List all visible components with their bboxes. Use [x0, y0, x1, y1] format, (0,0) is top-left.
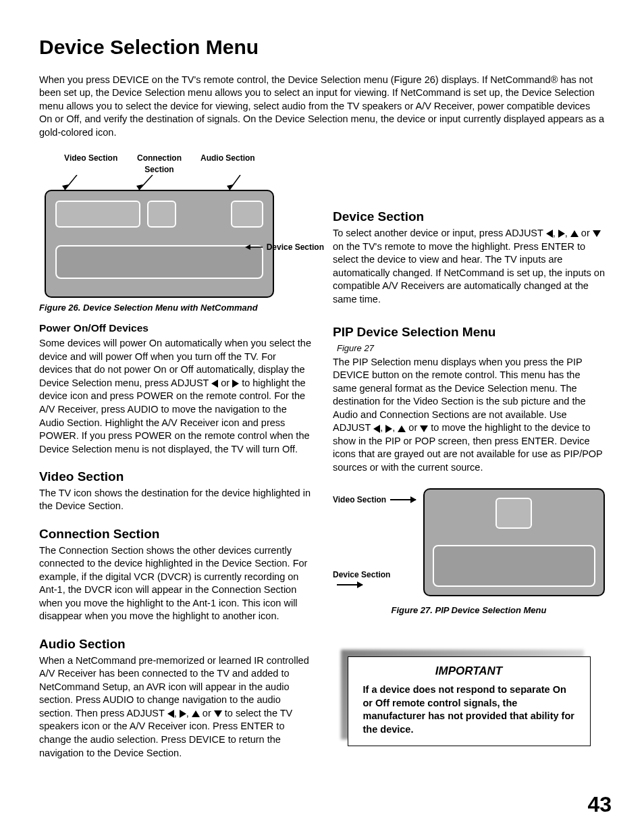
audio-body: When a NetCommand pre-memorized or learn… [39, 654, 311, 760]
fig26-label-video: Video Section [57, 153, 125, 174]
pip-body: The PIP Selection menu displays when you… [333, 356, 605, 475]
device-heading: Device Section [333, 208, 605, 226]
video-heading: Video Section [39, 468, 311, 486]
svg-marker-7 [245, 244, 250, 250]
connection-body: The Connection Section shows the other d… [39, 544, 311, 623]
fig26-label-device: Device Section [267, 242, 324, 253]
important-callout: IMPORTANT If a device does not respond t… [348, 656, 591, 746]
right-arrow-icon [232, 380, 239, 388]
power-body: Some devices will power On automatically… [39, 337, 311, 456]
left-arrow-icon [373, 425, 380, 433]
down-arrow-icon [214, 710, 222, 717]
pip-subcaption: Figure 27 [337, 342, 605, 355]
fig26-label-audio: Audio Section [194, 153, 262, 174]
power-heading: Power On/Off Devices [39, 321, 311, 336]
right-arrow-icon [385, 425, 392, 433]
fig27-label-video: Video Section [333, 495, 386, 504]
figure-26: Video Section Connection Section Audio S… [45, 153, 274, 297]
svg-line-0 [65, 175, 77, 190]
page-number: 43 [587, 790, 612, 819]
down-arrow-icon [420, 425, 428, 432]
important-title: IMPORTANT [363, 664, 575, 679]
down-arrow-icon [593, 230, 601, 237]
fig26-label-connection: Connection Section [125, 153, 193, 174]
pip-heading: PIP Device Selection Menu [333, 323, 605, 341]
svg-line-2 [139, 175, 153, 190]
up-arrow-icon [570, 230, 579, 237]
left-arrow-icon [167, 710, 174, 718]
page-title: Device Selection Menu [39, 34, 605, 61]
right-arrow-icon [180, 710, 186, 718]
figure-26-caption: Figure 26. Device Selection Menu with Ne… [39, 302, 311, 314]
intro-paragraph: When you press DEVICE on the TV's remote… [39, 74, 605, 140]
left-arrow-icon [546, 230, 553, 238]
fig27-label-device: Device Section [333, 570, 390, 579]
video-body: The TV icon shows the destination for th… [39, 487, 311, 513]
arrow-right-icon [390, 499, 416, 500]
important-body: If a device does not respond to separate… [363, 683, 575, 736]
device-body: To select another device or input, press… [333, 227, 605, 306]
right-arrow-icon [558, 230, 565, 238]
audio-heading: Audio Section [39, 635, 311, 653]
connection-heading: Connection Section [39, 525, 311, 543]
up-arrow-icon [192, 710, 200, 717]
figure-27: Video Section Device Section [333, 484, 605, 600]
up-arrow-icon [398, 425, 406, 432]
left-arrow-icon [211, 380, 218, 388]
arrow-right-icon [337, 584, 363, 585]
figure-27-caption: Figure 27. PIP Device Selection Menu [333, 604, 605, 617]
